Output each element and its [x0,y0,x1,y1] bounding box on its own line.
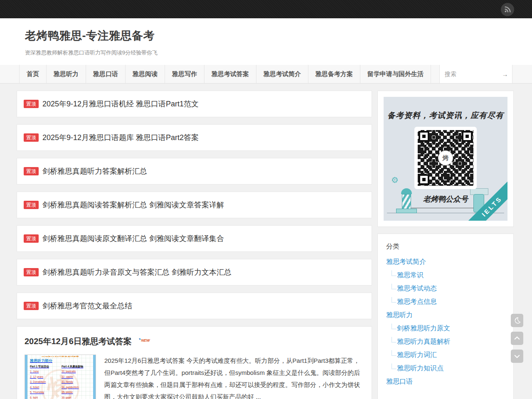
tree-branch-icon [392,337,396,342]
article-link[interactable]: 剑桥雅思真题听力录音原文与答案汇总 剑雅听力文本汇总 [42,267,232,277]
lighthouse-illustration [401,188,412,194]
sidebar: 备考资料，考试资讯，应有尽有 烤 老烤鸭公众号 ⚙ IELTS [377,91,514,399]
article-list: 置顶 2025年9-12月雅思口语机经 雅思口语Part1范文 置顶 2025年… [17,91,372,399]
nav-item-prep-plan[interactable]: 雅思备考方案 [308,65,360,83]
promo-divider [410,208,481,208]
pinned-badge: 置顶 [24,302,39,310]
category-item-child[interactable]: 雅思听力真题解析 [392,337,505,346]
tree-branch-icon [392,324,396,329]
nav-item-home[interactable]: 首页 [19,65,46,83]
thumb-column-part1: Part 1 节目活动 1. June 2. 12 years 3. Donal… [30,365,59,399]
site-title[interactable]: 老烤鸭雅思-专注雅思备考 [25,28,507,43]
rss-button[interactable] [501,3,514,16]
tree-branch-icon [392,350,396,356]
dark-mode-button[interactable] [511,314,523,327]
pinned-article-row: 置顶 2025年9-12月雅思口语题库 雅思口语Part2答案 [17,124,372,151]
category-item-child[interactable]: 雅思考点信息 [392,298,505,306]
site-header: 老烤鸭雅思-专注雅思备考 资深雅思教师解析雅思口语听力写作阅读9分经验带你飞 [0,18,532,65]
category-item[interactable]: 雅思口语 [386,377,505,386]
nav-menu: 首页 雅思听力 雅思口语 雅思阅读 雅思写作 雅思考试答案 雅思考试简介 雅思备… [19,65,431,83]
category-item-child[interactable]: 雅思常识 [392,271,505,279]
promo-top-text: 备考资料，考试资讯，应有尽有 [384,110,507,121]
search-input[interactable] [440,65,498,83]
chevron-down-icon [513,352,521,360]
gear-icon: ⚙ [391,175,399,185]
latest-article-link[interactable]: 2025年12月6日雅思考试答案 [25,337,132,346]
category-item-child[interactable]: 雅思听力知识点 [392,364,505,372]
answer-sheet-image: 2025年12月6日雅思考试答案 雅思听力部分 Part 1 节目活动 1. J… [25,355,96,399]
site-tagline: 资深雅思教师解析雅思口语听力写作阅读9分经验带你飞 [25,49,507,57]
category-item[interactable]: 雅思听力 [386,311,505,319]
chevron-up-icon [513,334,521,342]
pinned-article-row: 置顶 剑桥雅思真题听力答案解析汇总 [17,158,372,185]
pinned-badge: 置顶 [24,234,39,243]
article-link[interactable]: 2025年9-12月雅思口语机经 雅思口语Part1范文 [42,99,199,109]
article-thumbnail[interactable]: 2025年12月6日雅思考试答案 雅思听力部分 Part 1 节目活动 1. J… [25,355,96,399]
article-link[interactable]: 剑桥雅思考官范文最全总结 [42,301,132,311]
search-submit-button[interactable]: → [498,65,512,83]
qr-center-logo: 烤 [438,150,453,165]
pinned-badge: 置顶 [24,201,39,209]
nav-item-reading[interactable]: 雅思阅读 [125,65,165,83]
category-item-child[interactable]: 雅思考试动态 [392,284,505,293]
top-bar [0,0,532,18]
scroll-bottom-button[interactable] [511,350,523,363]
article-link[interactable]: 2025年9-12月雅思口语题库 雅思口语Part2答案 [42,133,199,143]
floating-buttons [511,314,523,363]
search-box: → [439,65,512,83]
nav-item-listening[interactable]: 雅思听力 [46,65,86,83]
pinned-article-row: 置顶 2025年9-12月雅思口语机经 雅思口语Part1范文 [17,91,372,117]
tree-branch-icon [392,271,396,276]
qr-widget: 备考资料，考试资讯，应有尽有 烤 老烤鸭公众号 ⚙ IELTS [377,91,514,227]
main-navigation: 首页 雅思听力 雅思口语 雅思阅读 雅思写作 雅思考试答案 雅思考试简介 雅思备… [0,65,532,84]
rss-icon [504,6,511,13]
tree-branch-icon [392,297,396,303]
pinned-badge: 置顶 [24,268,39,276]
article-link[interactable]: 剑桥雅思真题听力答案解析汇总 [42,166,147,176]
category-item-child[interactable]: 雅思听力词汇 [392,351,505,359]
pinned-badge: 置顶 [24,133,39,142]
latest-article-card: 2025年12月6日雅思考试答案 〝NEW 2025年12月6日雅思考试答案 雅… [17,326,372,399]
article-excerpt: 2025年12月6日雅思考试答案 今天的考试难度有些大。听力部分，从Part1到… [104,355,365,399]
qr-code: 烤 [414,127,477,189]
nav-item-exam-answers[interactable]: 雅思考试答案 [204,65,256,83]
new-badge: 〝NEW [136,338,150,342]
tree-branch-icon [392,364,396,369]
pinned-badge: 置顶 [24,100,39,108]
latest-article-title: 2025年12月6日雅思考试答案 〝NEW [25,336,365,347]
thumb-heading: 雅思听力部分 [30,358,91,364]
thumb-column-part4: Part 4 风景画影响 31. portraits 32. castle 33… [62,365,91,399]
categories-title: 分类 [386,242,505,251]
categories-widget: 分类 雅思考试简介 雅思常识 雅思考试动态 雅思考点信息 雅思听力 剑桥雅思听力… [377,234,514,399]
moon-icon [513,317,521,324]
pinned-article-row: 置顶 剑桥雅思真题听力录音原文与答案汇总 剑雅听力文本汇总 [17,259,372,286]
article-link[interactable]: 剑桥雅思真题阅读答案解析汇总 剑雅阅读文章答案详解 [42,200,224,210]
pinned-article-row: 置顶 剑桥雅思真题阅读原文翻译汇总 剑雅阅读文章翻译集合 [17,225,372,252]
pinned-badge: 置顶 [24,167,39,175]
wechat-qr-promo-image: 备考资料，考试资讯，应有尽有 烤 老烤鸭公众号 ⚙ IELTS [384,97,507,221]
nav-item-speaking[interactable]: 雅思口语 [86,65,125,83]
pinned-article-row: 置顶 剑桥雅思考官范文最全总结 [17,293,372,319]
scroll-top-button[interactable] [511,332,523,345]
categories-list: 雅思考试简介 雅思常识 雅思考试动态 雅思考点信息 雅思听力 剑桥雅思听力原文 … [386,258,505,386]
pinned-article-row: 置顶 剑桥雅思真题阅读答案解析汇总 剑雅阅读文章答案详解 [17,192,372,218]
category-item[interactable]: 雅思考试简介 [386,258,505,266]
tree-branch-icon [392,284,396,289]
article-link[interactable]: 剑桥雅思真题阅读原文翻译汇总 剑雅阅读文章翻译集合 [42,234,224,244]
category-item-child[interactable]: 剑桥雅思听力原文 [392,324,505,332]
nav-item-study-abroad[interactable]: 留学申请与国外生活 [360,65,431,83]
nav-item-exam-intro[interactable]: 雅思考试简介 [256,65,308,83]
nav-item-writing[interactable]: 雅思写作 [165,65,204,83]
